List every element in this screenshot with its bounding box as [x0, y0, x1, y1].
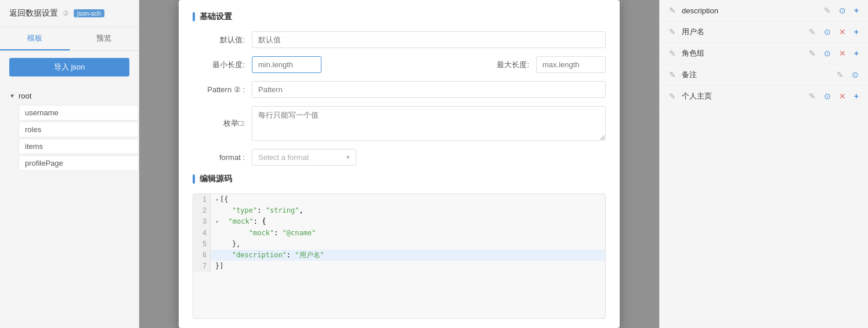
tab-preview[interactable]: 预览 [70, 27, 139, 50]
circle-icon-notes[interactable]: ⊙ [849, 69, 861, 81]
right-panel-text-description: description [682, 6, 818, 15]
code-editor: 1 ▾[{ 2 "type": "string", 3 ▾ "mock": { … [193, 194, 606, 319]
form-row-pattern: Pattern ② : [193, 81, 606, 98]
right-panel-text-username: 用户名 [682, 27, 803, 37]
form-row-default: 默认值: [193, 31, 606, 48]
form-row-enum: 枚举□: [193, 106, 606, 141]
code-line-4: 4 "mock": "@cname" [193, 228, 605, 239]
sidebar-tabs: 模板 预览 [0, 27, 139, 51]
pattern-input[interactable] [252, 81, 606, 98]
right-panel-text-profile: 个人主页 [682, 91, 803, 101]
section-title-basic: 基础设置 [193, 12, 606, 22]
edit-icon2-notes[interactable]: ✎ [834, 69, 846, 81]
code-line-7: 7 }] [193, 261, 605, 272]
code-line-6: 6 "description": "用户名" [193, 250, 605, 261]
circle-icon-description[interactable]: ⊙ [837, 5, 848, 16]
right-panel-text-notes: 备注 [682, 70, 831, 80]
edit-icon-roles[interactable]: ✎ [667, 48, 678, 59]
min-length-input[interactable] [252, 56, 321, 73]
plus-icon-roles[interactable]: + [852, 48, 861, 59]
main-content: 基础设置 默认值: 最小长度: 最大长度: Pattern ② : [139, 0, 659, 328]
edit-icon2-profile[interactable]: ✎ [806, 90, 818, 102]
format-select[interactable]: Select a format ▾ [252, 149, 356, 166]
plus-icon-profile[interactable]: + [852, 90, 861, 102]
section-title-code: 编辑源码 [193, 174, 606, 184]
default-label: 默认值: [193, 35, 245, 45]
tree-root[interactable]: ▼ root [0, 88, 139, 104]
code-line-3: 3 ▾ "mock": { [193, 216, 605, 227]
edit-icon2-username[interactable]: ✎ [806, 26, 818, 38]
code-line-5: 5 }, [193, 239, 605, 250]
plus-icon-username[interactable]: + [852, 26, 861, 38]
enum-textarea[interactable] [252, 106, 606, 141]
tree-root-label: root [19, 92, 31, 100]
tree-item-roles[interactable]: roles [19, 122, 139, 137]
sidebar: 返回数据设置 ② json-sch 模板 预览 导入 json ▼ root u… [0, 0, 139, 328]
right-panel-row-profile: ✎ 个人主页 ✎ ⊙ ✕ + [660, 86, 868, 107]
cross-icon-roles[interactable]: ✕ [837, 48, 848, 59]
circle-icon-username[interactable]: ⊙ [822, 26, 833, 38]
edit-icon2-roles[interactable]: ✎ [806, 48, 818, 59]
edit-icon-username[interactable]: ✎ [667, 26, 678, 38]
cross-icon-profile[interactable]: ✕ [837, 90, 848, 102]
tree-item-username[interactable]: username [19, 105, 139, 121]
pattern-label: Pattern ② : [193, 85, 245, 94]
edit-icon-profile[interactable]: ✎ [667, 90, 678, 102]
tree-item-profilepage[interactable]: profilePage [19, 155, 139, 171]
code-line-2: 2 "type": "string", [193, 205, 605, 216]
circle-icon-roles[interactable]: ⊙ [822, 48, 833, 59]
code-line-1: 1 ▾[{ [193, 194, 605, 205]
collapse-icon-2[interactable]: ▾ [215, 218, 219, 225]
collapse-icon[interactable]: ▾ [215, 196, 219, 203]
max-length-label: 最大长度: [497, 60, 529, 70]
tree-children: username roles items profilePage [0, 105, 139, 171]
max-length-input[interactable] [536, 56, 606, 73]
help-icon: ② [63, 9, 69, 17]
form-row-format: format : Select a format ▾ [193, 149, 606, 166]
format-select-text: Select a format [258, 153, 309, 162]
right-panel: ✎ description ✎ ⊙ + ✎ 用户名 ✎ ⊙ ✕ + ✎ 角色组 … [659, 0, 868, 328]
edit-icon-description[interactable]: ✎ [667, 5, 678, 16]
modal-dialog: 基础设置 默认值: 最小长度: 最大长度: Pattern ② : [179, 0, 620, 328]
tree-item-items[interactable]: items [19, 139, 139, 154]
right-panel-row-notes: ✎ 备注 ✎ ⊙ [660, 64, 868, 86]
format-label: format : [193, 153, 245, 162]
modal-overlay: 基础设置 默认值: 最小长度: 最大长度: Pattern ② : [139, 0, 659, 328]
form-row-length: 最小长度: 最大长度: [193, 56, 606, 73]
import-json-button[interactable]: 导入 json [9, 58, 129, 76]
tree-arrow-icon: ▼ [9, 93, 15, 99]
edit-icon2-description[interactable]: ✎ [822, 5, 833, 16]
right-panel-row-username: ✎ 用户名 ✎ ⊙ ✕ + [660, 21, 868, 43]
sidebar-header: 返回数据设置 ② json-sch [0, 0, 139, 27]
chevron-down-icon: ▾ [346, 154, 350, 161]
code-editor-empty-space [193, 272, 605, 318]
edit-icon-notes[interactable]: ✎ [667, 69, 678, 81]
default-input[interactable] [252, 31, 606, 48]
sidebar-badge: json-sch [74, 9, 104, 17]
cross-icon-username[interactable]: ✕ [837, 26, 848, 38]
tab-template[interactable]: 模板 [0, 27, 70, 50]
plus-icon-description[interactable]: + [852, 5, 861, 16]
circle-icon-profile[interactable]: ⊙ [822, 90, 833, 102]
min-length-label: 最小长度: [193, 60, 245, 70]
sidebar-title: 返回数据设置 [9, 8, 58, 19]
tree-section: ▼ root username roles items profilePage [0, 83, 139, 177]
right-panel-row-description: ✎ description ✎ ⊙ + [660, 0, 868, 21]
enum-label: 枚举□: [193, 118, 245, 129]
right-panel-row-roles: ✎ 角色组 ✎ ⊙ ✕ + [660, 43, 868, 64]
right-panel-text-roles: 角色组 [682, 48, 803, 59]
